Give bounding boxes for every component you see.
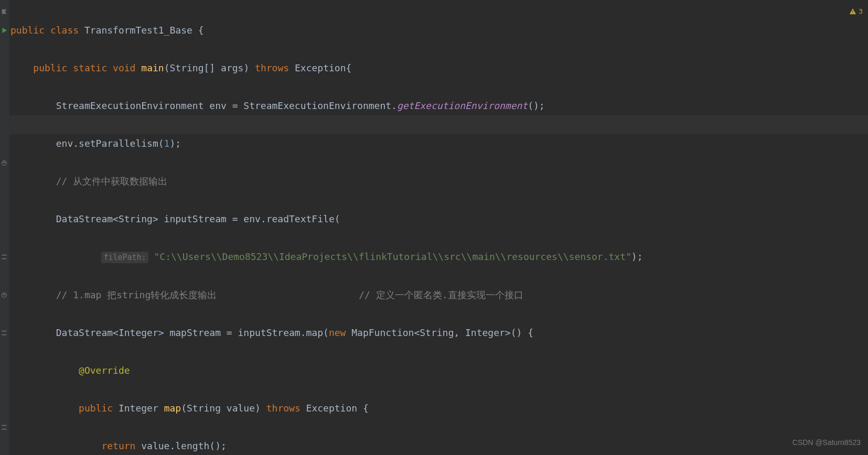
code-line: DataStream<String> inputStream = env.rea… [10,210,868,229]
run-main-icon[interactable] [1,27,8,34]
code-line: DataStream<Integer> mapStream = inputStr… [10,323,868,342]
code-line: StreamExecutionEnvironment env = StreamE… [10,96,868,115]
code-line: // 1.map 把string转化成长度输出 // 定义一个匿名类.直接实现一… [10,286,868,305]
warning-badge[interactable]: 3 [849,2,863,21]
code-line: env.setParallelism(1); [10,134,868,153]
warning-count: 3 [859,2,863,21]
override-marker-icon[interactable] [1,291,8,299]
current-line-highlight [9,115,868,134]
gutter [0,0,9,455]
collapse-icon[interactable] [1,424,8,431]
param-hint: filePath: [101,252,148,263]
watermark: CSDN @Saturn8523 [792,433,861,452]
code-line: // 从文件中获取数据输出 [10,172,868,191]
code-line: public class TransformTest1_Base { [10,21,868,40]
code-line: @Override [10,361,868,380]
override-marker-icon[interactable] [1,159,8,167]
code-line: filePath: "C:\\Users\\Demo8523\\IdeaProj… [10,247,868,267]
code-line: public static void main(String[] args) t… [10,59,868,78]
class-marker-icon [1,8,8,15]
warning-icon [849,8,856,15]
code-editor[interactable]: public class TransformTest1_Base { publi… [0,0,868,455]
collapse-icon[interactable] [1,253,8,261]
collapse-icon[interactable] [1,329,8,337]
code-line: return value.length(); [10,437,868,455]
code-line: public Integer map(String value) throws … [10,399,868,418]
